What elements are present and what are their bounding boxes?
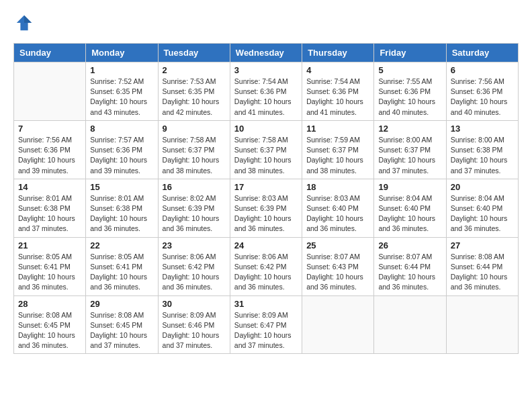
calendar-week-5: 28Sunrise: 8:08 AM Sunset: 6:45 PM Dayli… bbox=[14, 295, 519, 354]
day-number: 23 bbox=[163, 240, 226, 250]
day-detail: Sunrise: 8:09 AM Sunset: 6:46 PM Dayligh… bbox=[163, 310, 226, 351]
day-number: 8 bbox=[90, 124, 153, 134]
day-detail: Sunrise: 7:57 AM Sunset: 6:36 PM Dayligh… bbox=[90, 135, 153, 176]
header-sunday: Sunday bbox=[14, 44, 86, 62]
day-detail: Sunrise: 8:05 AM Sunset: 6:41 PM Dayligh… bbox=[18, 252, 81, 293]
calendar-day: 30Sunrise: 8:09 AM Sunset: 6:46 PM Dayli… bbox=[158, 295, 230, 354]
day-number: 22 bbox=[90, 240, 153, 250]
calendar-table: SundayMondayTuesdayWednesdayThursdayFrid… bbox=[13, 43, 519, 354]
day-detail: Sunrise: 8:03 AM Sunset: 6:40 PM Dayligh… bbox=[306, 193, 369, 234]
day-detail: Sunrise: 8:01 AM Sunset: 6:38 PM Dayligh… bbox=[90, 193, 153, 234]
day-number: 4 bbox=[306, 65, 369, 75]
calendar-day: 3Sunrise: 7:54 AM Sunset: 6:36 PM Daylig… bbox=[230, 62, 302, 121]
calendar-day: 26Sunrise: 8:07 AM Sunset: 6:44 PM Dayli… bbox=[374, 237, 446, 295]
calendar-week-3: 14Sunrise: 8:01 AM Sunset: 6:38 PM Dayli… bbox=[14, 179, 519, 237]
calendar-day: 4Sunrise: 7:54 AM Sunset: 6:36 PM Daylig… bbox=[302, 62, 374, 121]
day-detail: Sunrise: 8:08 AM Sunset: 6:44 PM Dayligh… bbox=[451, 252, 514, 293]
calendar-day: 20Sunrise: 8:04 AM Sunset: 6:40 PM Dayli… bbox=[446, 179, 518, 237]
header-tuesday: Tuesday bbox=[158, 44, 230, 62]
calendar-day bbox=[446, 295, 518, 354]
calendar-week-4: 21Sunrise: 8:05 AM Sunset: 6:41 PM Dayli… bbox=[14, 237, 519, 295]
day-detail: Sunrise: 7:52 AM Sunset: 6:35 PM Dayligh… bbox=[90, 77, 153, 118]
logo-icon bbox=[15, 13, 34, 32]
day-detail: Sunrise: 8:06 AM Sunset: 6:42 PM Dayligh… bbox=[234, 252, 298, 293]
calendar-day bbox=[14, 62, 86, 121]
calendar-day: 17Sunrise: 8:03 AM Sunset: 6:39 PM Dayli… bbox=[230, 179, 302, 237]
day-detail: Sunrise: 8:09 AM Sunset: 6:47 PM Dayligh… bbox=[234, 310, 298, 351]
day-number: 9 bbox=[163, 124, 226, 134]
day-number: 19 bbox=[378, 182, 441, 192]
header-friday: Friday bbox=[374, 44, 446, 62]
day-detail: Sunrise: 7:59 AM Sunset: 6:37 PM Dayligh… bbox=[306, 135, 369, 176]
day-number: 30 bbox=[163, 299, 226, 309]
day-detail: Sunrise: 7:54 AM Sunset: 6:36 PM Dayligh… bbox=[306, 77, 369, 118]
day-number: 29 bbox=[90, 299, 153, 309]
day-number: 26 bbox=[378, 240, 441, 250]
calendar-day: 22Sunrise: 8:05 AM Sunset: 6:41 PM Dayli… bbox=[86, 237, 158, 295]
calendar-week-2: 7Sunrise: 7:56 AM Sunset: 6:36 PM Daylig… bbox=[14, 120, 519, 179]
day-detail: Sunrise: 8:07 AM Sunset: 6:43 PM Dayligh… bbox=[306, 252, 369, 293]
day-number: 17 bbox=[234, 182, 298, 192]
day-detail: Sunrise: 8:00 AM Sunset: 6:38 PM Dayligh… bbox=[451, 135, 514, 176]
calendar-day: 14Sunrise: 8:01 AM Sunset: 6:38 PM Dayli… bbox=[14, 179, 86, 237]
page-header bbox=[13, 13, 519, 32]
day-number: 14 bbox=[18, 182, 81, 192]
day-detail: Sunrise: 7:58 AM Sunset: 6:37 PM Dayligh… bbox=[234, 135, 298, 176]
header-wednesday: Wednesday bbox=[230, 44, 302, 62]
header-thursday: Thursday bbox=[302, 44, 374, 62]
header-saturday: Saturday bbox=[446, 44, 518, 62]
day-detail: Sunrise: 8:02 AM Sunset: 6:39 PM Dayligh… bbox=[163, 193, 226, 234]
day-detail: Sunrise: 8:06 AM Sunset: 6:42 PM Dayligh… bbox=[163, 252, 226, 293]
calendar-day: 28Sunrise: 8:08 AM Sunset: 6:45 PM Dayli… bbox=[14, 295, 86, 354]
day-detail: Sunrise: 8:08 AM Sunset: 6:45 PM Dayligh… bbox=[18, 310, 81, 351]
day-number: 5 bbox=[378, 65, 441, 75]
calendar-day: 11Sunrise: 7:59 AM Sunset: 6:37 PM Dayli… bbox=[302, 120, 374, 179]
logo bbox=[13, 13, 34, 32]
day-number: 21 bbox=[18, 240, 81, 250]
day-detail: Sunrise: 7:56 AM Sunset: 6:36 PM Dayligh… bbox=[451, 77, 514, 118]
svg-marker-1 bbox=[24, 15, 32, 23]
calendar-day: 25Sunrise: 8:07 AM Sunset: 6:43 PM Dayli… bbox=[302, 237, 374, 295]
calendar-day: 8Sunrise: 7:57 AM Sunset: 6:36 PM Daylig… bbox=[86, 120, 158, 179]
calendar-header-row: SundayMondayTuesdayWednesdayThursdayFrid… bbox=[14, 44, 519, 62]
day-number: 28 bbox=[18, 299, 81, 309]
calendar-day: 29Sunrise: 8:08 AM Sunset: 6:45 PM Dayli… bbox=[86, 295, 158, 354]
calendar-day: 2Sunrise: 7:53 AM Sunset: 6:35 PM Daylig… bbox=[158, 62, 230, 121]
calendar-week-1: 1Sunrise: 7:52 AM Sunset: 6:35 PM Daylig… bbox=[14, 62, 519, 121]
calendar-day: 31Sunrise: 8:09 AM Sunset: 6:47 PM Dayli… bbox=[230, 295, 302, 354]
day-detail: Sunrise: 7:54 AM Sunset: 6:36 PM Dayligh… bbox=[234, 77, 298, 118]
day-number: 10 bbox=[234, 124, 298, 134]
day-number: 31 bbox=[234, 299, 298, 309]
calendar-day: 23Sunrise: 8:06 AM Sunset: 6:42 PM Dayli… bbox=[158, 237, 230, 295]
day-detail: Sunrise: 7:56 AM Sunset: 6:36 PM Dayligh… bbox=[18, 135, 81, 176]
day-number: 20 bbox=[451, 182, 514, 192]
day-detail: Sunrise: 8:01 AM Sunset: 6:38 PM Dayligh… bbox=[18, 193, 81, 234]
calendar-day bbox=[374, 295, 446, 354]
day-number: 1 bbox=[90, 65, 153, 75]
day-detail: Sunrise: 8:03 AM Sunset: 6:39 PM Dayligh… bbox=[234, 193, 298, 234]
day-detail: Sunrise: 8:04 AM Sunset: 6:40 PM Dayligh… bbox=[378, 193, 441, 234]
day-detail: Sunrise: 8:04 AM Sunset: 6:40 PM Dayligh… bbox=[451, 193, 514, 234]
calendar-day: 10Sunrise: 7:58 AM Sunset: 6:37 PM Dayli… bbox=[230, 120, 302, 179]
day-detail: Sunrise: 7:55 AM Sunset: 6:36 PM Dayligh… bbox=[378, 77, 441, 118]
day-number: 16 bbox=[163, 182, 226, 192]
day-detail: Sunrise: 8:08 AM Sunset: 6:45 PM Dayligh… bbox=[90, 310, 153, 351]
day-number: 18 bbox=[306, 182, 369, 192]
calendar-day: 18Sunrise: 8:03 AM Sunset: 6:40 PM Dayli… bbox=[302, 179, 374, 237]
calendar-day: 6Sunrise: 7:56 AM Sunset: 6:36 PM Daylig… bbox=[446, 62, 518, 121]
calendar-day: 21Sunrise: 8:05 AM Sunset: 6:41 PM Dayli… bbox=[14, 237, 86, 295]
calendar-day: 13Sunrise: 8:00 AM Sunset: 6:38 PM Dayli… bbox=[446, 120, 518, 179]
day-number: 2 bbox=[163, 65, 226, 75]
header-monday: Monday bbox=[86, 44, 158, 62]
day-number: 12 bbox=[378, 124, 441, 134]
calendar-day: 16Sunrise: 8:02 AM Sunset: 6:39 PM Dayli… bbox=[158, 179, 230, 237]
day-number: 25 bbox=[306, 240, 369, 250]
day-detail: Sunrise: 8:00 AM Sunset: 6:37 PM Dayligh… bbox=[378, 135, 441, 176]
day-number: 24 bbox=[234, 240, 298, 250]
day-number: 3 bbox=[234, 65, 298, 75]
calendar-day: 9Sunrise: 7:58 AM Sunset: 6:37 PM Daylig… bbox=[158, 120, 230, 179]
calendar-day: 7Sunrise: 7:56 AM Sunset: 6:36 PM Daylig… bbox=[14, 120, 86, 179]
day-number: 13 bbox=[451, 124, 514, 134]
day-number: 15 bbox=[90, 182, 153, 192]
day-number: 6 bbox=[451, 65, 514, 75]
